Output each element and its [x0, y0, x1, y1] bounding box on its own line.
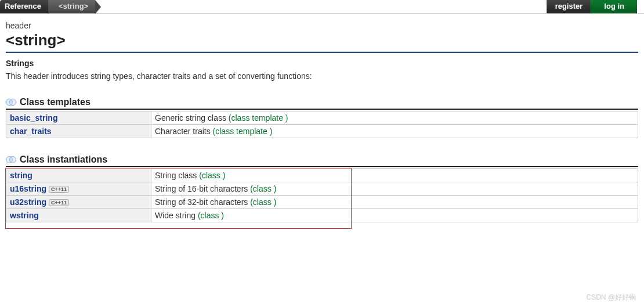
link-wstring[interactable]: wstring [10, 211, 39, 220]
top-bar: Reference <string> register log in [0, 0, 644, 14]
page-subtitle: Strings [6, 59, 638, 68]
page-description: This header introduces string types, cha… [6, 71, 638, 81]
type-label: (class template ) [229, 113, 288, 123]
table-row: basic_string Generic string class (class… [6, 111, 638, 125]
desc-text: String of 32-bit characters [155, 197, 248, 207]
login-button[interactable]: log in [591, 0, 637, 13]
link-u16string[interactable]: u16string [10, 184, 46, 193]
link-basic-string[interactable]: basic_string [10, 113, 57, 123]
type-label: (class template ) [213, 127, 273, 136]
section-title-templates: Class templates [6, 97, 638, 110]
main-content: header <string> Strings This header intr… [0, 14, 644, 236]
cpp11-badge: C++11 [49, 186, 69, 193]
section-title-label: Class templates [20, 97, 91, 107]
section-title-label: Class instantiations [20, 154, 107, 165]
class-templates-table: basic_string Generic string class (class… [6, 111, 638, 138]
link-icon [6, 156, 17, 164]
desc-text: Generic string class [155, 113, 226, 123]
tab-reference[interactable]: Reference [0, 0, 48, 13]
table-row: char_traits Character traits (class temp… [6, 125, 638, 138]
link-icon [6, 98, 17, 106]
link-u32string[interactable]: u32string [10, 197, 46, 207]
type-label: (class ) [199, 171, 225, 180]
tab-string[interactable]: <string> [48, 0, 95, 13]
table-row: string String class (class ) [6, 169, 638, 182]
link-string[interactable]: string [10, 171, 32, 180]
register-button[interactable]: register [547, 0, 591, 13]
desc-text: String of 16-bit characters [155, 184, 248, 193]
type-label: (class ) [250, 197, 276, 207]
table-row: u32stringC++11 String of 32-bit characte… [6, 196, 638, 209]
class-instantiations-table: string String class (class ) u16stringC+… [6, 168, 638, 222]
type-label: (class ) [250, 184, 276, 193]
table-row: u16stringC++11 String of 16-bit characte… [6, 182, 638, 196]
breadcrumb: Reference <string> [0, 0, 95, 13]
link-char-traits[interactable]: char_traits [10, 127, 52, 136]
desc-text: Character traits [155, 127, 211, 136]
desc-text: Wide string [155, 211, 196, 220]
desc-text: String class [155, 171, 197, 180]
section-title-instantiations: Class instantiations [6, 154, 638, 167]
page-title: <string> [6, 31, 638, 53]
cpp11-badge: C++11 [49, 199, 69, 206]
type-label: (class ) [198, 211, 224, 220]
table-row: wstring Wide string (class ) [6, 209, 638, 222]
header-type: header [6, 21, 638, 30]
